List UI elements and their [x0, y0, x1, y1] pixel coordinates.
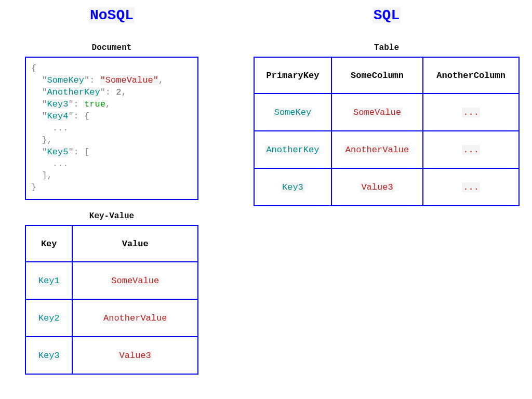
kv-val: AnotherValue [102, 313, 168, 323]
kv-key: Key3 [37, 351, 61, 361]
code-key: Key5 [47, 147, 69, 157]
table-row: Key1 SomeValue [25, 262, 198, 299]
sql-table: PrimaryKey SomeColumn AnotherColumn Some… [254, 57, 520, 206]
sql-col: ... [462, 182, 480, 192]
code-bool: true [84, 99, 105, 109]
nosql-title: NoSQL [89, 7, 135, 23]
code-number: 2 [116, 87, 121, 97]
sql-col: ... [462, 108, 480, 117]
kv-key: Key2 [37, 313, 61, 323]
table-header-row: Key Value [25, 225, 198, 262]
sql-col: Value3 [360, 182, 394, 192]
kv-val: Value3 [118, 351, 152, 361]
table-header: SomeColumn [331, 57, 423, 94]
code-string: "SomeValue" [100, 75, 158, 85]
table-header: AnotherColumn [423, 57, 519, 94]
kv-val: SomeValue [110, 276, 160, 286]
sql-title: SQL [373, 7, 401, 23]
sql-pk: Key3 [281, 182, 304, 192]
table-row: Key3 Value3 ... [254, 168, 519, 206]
table-header-row: PrimaryKey SomeColumn AnotherColumn [254, 57, 519, 94]
table-row: AnotherKey AnotherValue ... [254, 131, 519, 168]
table-row: Key3 Value3 [25, 337, 198, 374]
kv-key: Key1 [37, 276, 61, 286]
table-header: PrimaryKey [254, 57, 331, 94]
sql-column: SQL Table PrimaryKey SomeColumn AnotherC… [229, 0, 532, 206]
table-header: Value [72, 225, 198, 262]
sql-title-wrap: SQL [254, 0, 520, 23]
sql-col: ... [462, 145, 480, 155]
sql-col: SomeValue [352, 108, 402, 117]
code-ellipsis: ... [52, 159, 69, 169]
sql-col: AnotherValue [344, 145, 410, 155]
code-ellipsis: ... [52, 123, 69, 133]
table-header: Key [25, 225, 72, 262]
keyvalue-label: Key-Value [25, 211, 198, 221]
code-key: SomeKey [47, 75, 84, 85]
sql-pk: SomeKey [273, 108, 312, 117]
table-label: Table [254, 43, 520, 52]
nosql-title-wrap: NoSQL [25, 0, 198, 23]
document-label: Document [25, 43, 198, 52]
document-code-box: { "SomeKey": "SomeValue", "AnotherKey": … [25, 57, 198, 200]
nosql-column: NoSQL Document { "SomeKey": "SomeValue",… [0, 0, 229, 375]
table-row: Key2 AnotherValue [25, 299, 198, 337]
sql-pk: AnotherKey [265, 145, 320, 155]
code-key: Key4 [47, 111, 69, 121]
table-row: SomeKey SomeValue ... [254, 94, 519, 131]
keyvalue-table: Key Value Key1 SomeValue Key2 AnotherVal… [25, 225, 198, 375]
code-key: AnotherKey [47, 87, 100, 97]
code-key: Key3 [47, 99, 69, 109]
